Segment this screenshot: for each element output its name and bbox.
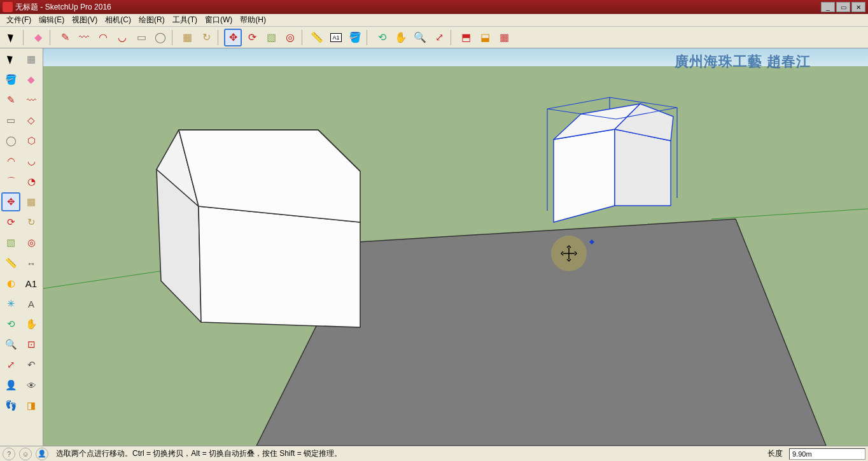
tool-zoom[interactable]: 🔍 — [411, 29, 429, 46]
status-message: 选取两个点进行移动。Ctrl = 切换拷贝，Alt = 切换自动折叠，按住 Sh… — [52, 448, 761, 459]
tool-arc2[interactable]: ◡ — [113, 29, 131, 46]
ltool-select[interactable] — [1, 50, 20, 69]
tool-text[interactable]: A1 — [327, 29, 345, 46]
left-toolbar: ▦🪣◆✎〰▭◇◯⬡◠◡⌒◔✥▦⟳↻▧◎📏↔◐A1✳A⟲✋🔍⊡⤢↶👤👁👣◨ — [0, 48, 43, 446]
tool-circle[interactable]: ◯ — [151, 29, 169, 46]
menu-item-0[interactable]: 文件(F) — [3, 15, 35, 25]
ltool-3dtext[interactable]: A — [22, 294, 41, 313]
menu-item-5[interactable]: 工具(T) — [169, 15, 201, 25]
svg-line-1 — [711, 209, 868, 219]
svg-marker-10 — [615, 129, 671, 206]
ltool-pie[interactable]: ◔ — [22, 172, 41, 191]
tool-zoomextents[interactable]: ⤢ — [430, 29, 448, 46]
tool-pan[interactable]: ✋ — [392, 29, 410, 46]
tool-rotate[interactable]: ⟳ — [243, 29, 261, 46]
watermark-text: 廣州海珠工藝 趙春江 — [675, 52, 811, 71]
ltool-protractor[interactable]: ◐ — [1, 274, 20, 293]
tool-scale[interactable]: ▧ — [262, 29, 280, 46]
ltool-move[interactable]: ✥ — [1, 192, 20, 211]
svg-marker-4 — [199, 206, 360, 327]
ltool-arc[interactable]: ◠ — [1, 152, 20, 171]
minimize-button[interactable]: _ — [821, 2, 835, 12]
tool-select[interactable] — [3, 29, 20, 46]
status-bar: ? ☺ 👤 选取两个点进行移动。Ctrl = 切换拷贝，Alt = 切换自动折叠… — [0, 446, 868, 461]
tool-paint[interactable]: 🪣 — [346, 29, 364, 46]
length-label: 长度 — [765, 448, 785, 459]
menu-item-1[interactable]: 编辑(E) — [35, 15, 68, 25]
help-button[interactable]: ? — [3, 448, 15, 460]
svg-marker-9 — [554, 129, 615, 222]
geo-button[interactable]: ☺ — [19, 448, 32, 460]
ltool-axes[interactable]: ✳ — [1, 294, 20, 313]
ltool-orbit[interactable]: ⟲ — [1, 315, 20, 334]
menu-bar: 文件(F)编辑(E)视图(V)相机(C)绘图(R)工具(T)窗口(W)帮助(H) — [0, 14, 868, 27]
ltool-lookaround[interactable]: 👁 — [22, 376, 41, 395]
menu-item-2[interactable]: 视图(V) — [68, 15, 101, 25]
tool-eraser[interactable]: ◆ — [29, 29, 47, 46]
tool-extensions[interactable]: ▦ — [495, 29, 513, 46]
tool-warehouse2[interactable]: ⬓ — [476, 29, 494, 46]
ltool-previous[interactable]: ↶ — [22, 355, 41, 374]
tool-orbit[interactable]: ⟲ — [373, 29, 391, 46]
scene-canvas — [43, 48, 868, 446]
tool-freehand[interactable]: 〰 — [75, 29, 93, 46]
ltool-position[interactable]: 👤 — [1, 376, 20, 395]
maximize-button[interactable]: ▭ — [836, 2, 850, 12]
ltool-circle[interactable]: ◯ — [1, 131, 20, 150]
ltool-rotate[interactable]: ⟳ — [1, 213, 20, 232]
ltool-pushpull[interactable]: ▦ — [22, 192, 41, 211]
tool-move[interactable]: ✥ — [224, 29, 242, 46]
tool-tape[interactable]: 📏 — [308, 29, 326, 46]
ltool-walk[interactable]: 👣 — [1, 396, 20, 415]
ltool-pencil[interactable]: ✎ — [1, 90, 20, 110]
window-title: 无标题 - SketchUp Pro 2016 — [15, 2, 821, 13]
tool-offset[interactable]: ◎ — [281, 29, 299, 46]
ltool-text[interactable]: A1 — [22, 274, 41, 293]
tool-followme[interactable]: ↻ — [197, 29, 215, 46]
ltool-pan[interactable]: ✋ — [22, 315, 41, 334]
tool-rectangle[interactable]: ▭ — [132, 29, 150, 46]
user-button[interactable]: 👤 — [36, 448, 48, 460]
title-bar: 无标题 - SketchUp Pro 2016 _ ▭ ✕ — [0, 0, 868, 14]
viewport-3d[interactable]: 廣州海珠工藝 趙春江 — [43, 48, 868, 446]
ltool-offset[interactable]: ◎ — [22, 233, 41, 252]
ltool-zoom[interactable]: 🔍 — [1, 335, 20, 354]
ltool-tape[interactable]: 📏 — [1, 253, 20, 273]
ltool-eraser[interactable]: ◆ — [22, 70, 41, 89]
top-toolbar: ◆✎〰◠◡▭◯▦↻✥⟳▧◎📏A1🪣⟲✋🔍⤢⬒⬓▦ — [0, 27, 868, 48]
ltool-zoomextents[interactable]: ⤢ — [1, 355, 20, 374]
ltool-polygon[interactable]: ⬡ — [22, 131, 41, 150]
menu-item-6[interactable]: 窗口(W) — [201, 15, 236, 25]
tool-warehouse1[interactable]: ⬒ — [457, 29, 475, 46]
tool-pushpull[interactable]: ▦ — [178, 29, 196, 46]
ltool-freehand[interactable]: 〰 — [22, 90, 41, 110]
ltool-rectangle[interactable]: ▭ — [1, 111, 20, 130]
ltool-scale[interactable]: ▧ — [1, 233, 20, 252]
ltool-dimension[interactable]: ↔ — [22, 253, 41, 273]
ltool-component[interactable]: ▦ — [22, 50, 41, 69]
length-input[interactable]: 9.90m — [789, 448, 865, 460]
ltool-zoomwindow[interactable]: ⊡ — [22, 335, 41, 354]
menu-item-3[interactable]: 相机(C) — [101, 15, 135, 25]
menu-item-4[interactable]: 绘图(R) — [135, 15, 169, 25]
ltool-section[interactable]: ◨ — [22, 396, 41, 415]
ltool-arc3[interactable]: ⌒ — [1, 172, 20, 191]
ltool-followme[interactable]: ↻ — [22, 213, 41, 232]
ltool-rotrect[interactable]: ◇ — [22, 111, 41, 130]
ltool-paint[interactable]: 🪣 — [1, 70, 20, 89]
app-icon — [3, 2, 13, 12]
tool-pencil[interactable]: ✎ — [56, 29, 74, 46]
tool-arc[interactable]: ◠ — [94, 29, 112, 46]
ltool-arc2[interactable]: ◡ — [22, 152, 41, 171]
close-button[interactable]: ✕ — [851, 2, 865, 12]
menu-item-7[interactable]: 帮助(H) — [236, 15, 270, 25]
